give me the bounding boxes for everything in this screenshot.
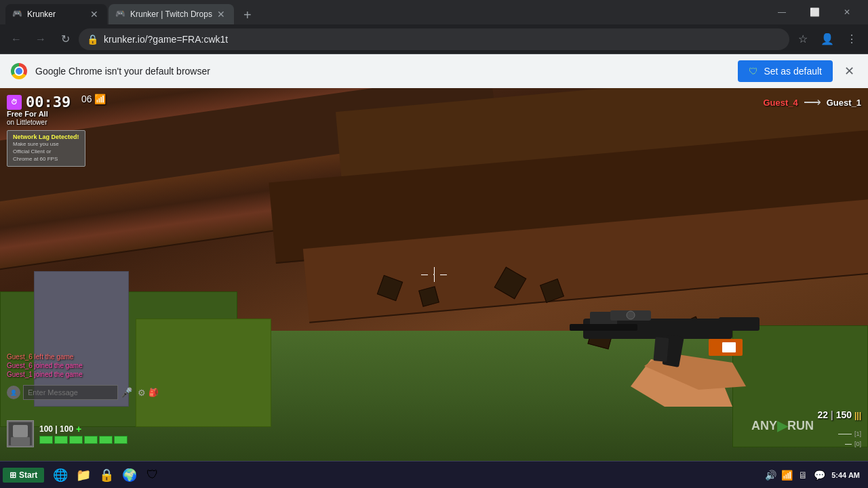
crosshair [421, 267, 447, 282]
player-avatar [7, 420, 34, 447]
bookmark-button[interactable]: ☆ [792, 28, 814, 50]
tab1-favicon: 🎮 [12, 9, 23, 20]
svg-rect-14 [11, 437, 30, 445]
close-button[interactable]: ✕ [831, 1, 863, 23]
weapon-slot-1: —— [1] [838, 430, 861, 437]
ground-block-mid [136, 319, 271, 427]
svg-point-9 [627, 311, 635, 319]
chat-message-2: Guest_6 joined the game [7, 362, 83, 369]
clock-time: 5:44 AM [831, 471, 860, 479]
ammo-current: 22 [817, 409, 828, 420]
crosshair-right [440, 274, 447, 275]
chat-settings-icon[interactable]: ⚙ [138, 388, 146, 398]
lock-icon: 🔒 [87, 34, 98, 45]
tab1-title: Krunker [27, 9, 85, 19]
set-default-button[interactable]: 🛡 Set as default [738, 60, 833, 82]
lag-warning-line1: Make sure you use [13, 140, 79, 148]
weapon-svg [529, 237, 800, 407]
tab-krunker[interactable]: 🎮 Krunker ✕ [5, 4, 107, 24]
health-block-2 [54, 436, 68, 444]
ammo-separator: | [831, 409, 833, 420]
url-text: krunker.io/?game=FRA:cwk1t [104, 34, 781, 45]
window-controls: — ⬜ ✕ [766, 1, 863, 23]
timer-icon: ⏱ [7, 95, 22, 110]
taskbar: ⊞ Start 🌐 📁 🔒 🌍 🛡 🔊 📶 🖥 💬 5:44 AM [0, 461, 868, 488]
lag-warning-line3: Chrome at 60 FPS [13, 155, 79, 163]
dismiss-info-bar-button[interactable]: ✕ [841, 63, 857, 79]
crosshair-bottom [434, 275, 435, 282]
forward-button[interactable]: → [30, 28, 52, 50]
message-input[interactable] [23, 385, 118, 400]
tab1-close-button[interactable]: ✕ [88, 8, 100, 20]
new-tab-button[interactable]: + [238, 5, 257, 24]
nav-bar: ← → ↻ 🔒 krunker.io/?game=FRA:cwk1t ☆ 👤 ⋮ [0, 24, 868, 54]
ammo-reserve: 150 [836, 409, 852, 420]
weapon-slot-0: — [0] [845, 440, 861, 447]
minimize-button[interactable]: — [766, 1, 797, 23]
crosshair-left [421, 274, 428, 275]
back-button[interactable]: ← [5, 28, 27, 50]
taskbar-ie-icon[interactable]: 🌐 [50, 464, 71, 486]
weapon-in-hand [529, 237, 800, 407]
lag-warning: Network Lag Detected! Make sure you use … [7, 130, 85, 167]
address-bar[interactable]: 🔒 krunker.io/?game=FRA:cwk1t [79, 28, 789, 50]
taskbar-speaker-icon[interactable]: 🔊 [764, 468, 777, 482]
shield-icon: 🛡 [749, 66, 758, 77]
scoreboard-player2: Guest_1 [827, 98, 861, 108]
taskbar-shield-icon[interactable]: 🛡 [142, 464, 163, 486]
taskbar-lock-icon[interactable]: 🔒 [96, 464, 117, 486]
health-block-3 [69, 436, 83, 444]
hud-timer: ⏱ 00:39 [7, 94, 71, 110]
svg-rect-7 [653, 337, 669, 362]
game-area: ⏱ 00:39 06 📶 Free For All on Littletower… [0, 88, 868, 461]
tab-twitch-drops[interactable]: 🎮 Krunker | Twitch Drops ✕ [108, 4, 234, 24]
weapon-slot-label-0: [0] [854, 441, 861, 447]
weapon-slot-label-1: [1] [854, 430, 861, 437]
taskbar-folder-icon[interactable]: 📁 [73, 464, 94, 486]
taskbar-network-icon[interactable]: 📶 [780, 468, 793, 482]
scoreboard: Guest_4 ⟶ Guest_1 [763, 95, 861, 110]
weapon-name-0: — [845, 440, 852, 447]
chat-message-1: Guest_6 left the game [7, 353, 83, 361]
signal-text: 06 [81, 94, 92, 104]
weapon-selector: —— [1] — [0] [838, 430, 861, 447]
maximize-button[interactable]: ⬜ [799, 1, 830, 23]
svg-rect-4 [570, 324, 637, 331]
nav-right-buttons: ☆ 👤 ⋮ [792, 28, 863, 50]
start-label: Start [19, 470, 37, 480]
taskbar-right: 🔊 📶 🖥 💬 5:44 AM [764, 468, 865, 482]
anyrun-logo: ANY ▶ RUN [751, 418, 814, 434]
health-block-4 [84, 436, 98, 444]
chat-avatar: 👤 [7, 386, 20, 399]
account-button[interactable]: 👤 [816, 28, 838, 50]
reload-button[interactable]: ↻ [54, 28, 76, 50]
lag-warning-title: Network Lag Detected! [13, 134, 79, 140]
chat-area: Guest_6 left the game Guest_6 joined the… [7, 353, 83, 380]
svg-rect-11 [722, 342, 736, 352]
mic-icon: 🎤 [121, 387, 132, 398]
signal-bars-icon: 📶 [94, 94, 106, 104]
start-button[interactable]: ⊞ Start [3, 468, 44, 483]
health-value: 100 | 100 [39, 424, 73, 434]
chrome-logo-icon [11, 63, 27, 79]
inventory-icon[interactable]: 🎒 [149, 388, 159, 397]
taskbar-notification-icon[interactable]: 💬 [812, 468, 826, 482]
lag-warning-line2: Official Client or [13, 148, 79, 155]
svg-rect-13 [13, 425, 28, 437]
menu-button[interactable]: ⋮ [841, 28, 863, 50]
tab2-favicon: 🎮 [115, 9, 126, 20]
info-bar: Google Chrome isn't your default browser… [0, 54, 868, 88]
game-mode-text: Free For All [7, 110, 48, 118]
taskbar-chrome-icon[interactable]: 🌍 [119, 464, 140, 486]
signal-icon: 06 📶 [81, 94, 106, 104]
gun-separator-icon: ⟶ [804, 95, 821, 110]
anyrun-text-run: RUN [787, 419, 814, 433]
health-block-6 [114, 436, 127, 444]
taskbar-display-icon[interactable]: 🖥 [796, 468, 810, 482]
scoreboard-player1: Guest_4 [763, 98, 797, 108]
tab2-close-button[interactable]: ✕ [215, 8, 227, 20]
weapon-name-1: —— [838, 430, 852, 437]
anyrun-play-icon: ▶ [777, 418, 787, 434]
set-default-label: Set as default [764, 66, 822, 77]
system-clock: 5:44 AM [831, 471, 860, 479]
